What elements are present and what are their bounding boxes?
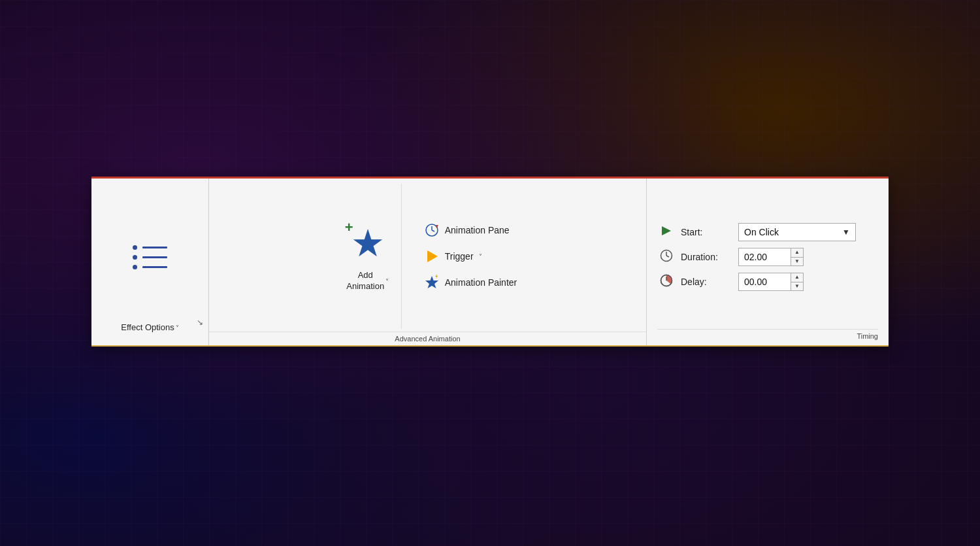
star-blue-icon: ★ [351,224,385,262]
svg-line-10 [666,256,669,257]
duration-value: 02.00 [739,252,791,262]
start-label: Start: [681,227,733,237]
trigger-button[interactable]: Trigger ˅ [420,247,521,266]
bullet-line-3 [133,265,167,269]
bullet-bar-3 [142,266,167,268]
advanced-animation-section: ★ + AddAnimation ˅ [209,179,647,345]
trigger-icon [424,248,440,264]
bullet-dot-3 [133,265,137,269]
timing-section-label: Timing [657,329,878,343]
svg-marker-4 [427,250,438,262]
duration-up-button[interactable]: ▲ [791,248,803,257]
right-buttons-col: Animation Pane Trigger ˅ [415,184,521,329]
advanced-animation-label: Advanced Animation [209,332,646,345]
trigger-label: Trigger [445,251,474,262]
bullet-dot-2 [133,255,137,260]
delay-value: 00.00 [739,277,791,287]
delay-spinner-buttons: ▲ ▼ [791,273,803,290]
add-animation-star-icon: ★ + [345,220,391,266]
duration-clock-icon [657,249,676,265]
delay-up-button[interactable]: ▲ [791,273,803,282]
plus-green-icon: + [345,220,353,235]
svg-marker-7 [662,226,671,235]
timing-duration-row: Duration: 02.00 ▲ ▼ [657,248,878,266]
ribbon-toolbar: Effect Options ˅ ↘ ★ + AddAnimation ˅ [91,177,889,347]
bullet-line-1 [133,245,167,250]
advanced-animation-content: ★ + AddAnimation ˅ [327,179,529,332]
trigger-dropdown-arrow: ˅ [479,253,482,260]
bullet-bar-1 [142,247,167,248]
svg-marker-6 [435,275,438,279]
animation-painter-icon [424,275,440,290]
bullet-line-2 [133,255,167,260]
duration-spinner[interactable]: 02.00 ▲ ▼ [738,248,804,266]
timing-content: Start: On Click ▼ Duration: 02.00 [657,185,878,329]
bullet-dot-1 [133,245,137,250]
duration-down-button[interactable]: ▼ [791,257,803,266]
effect-options-expand-icon[interactable]: ↘ [197,318,203,327]
delay-label: Delay: [681,277,733,287]
effect-options-dropdown-arrow: ˅ [176,324,179,332]
delay-clock-icon [657,274,676,290]
add-animation-label: AddAnimation [346,270,384,292]
timing-start-row: Start: On Click ▼ [657,223,878,241]
timing-delay-row: Delay: 00.00 ▲ ▼ [657,273,878,291]
start-play-icon [657,225,676,239]
animation-painter-button[interactable]: Animation Painter [420,273,521,292]
effect-options-icon [125,237,175,277]
effect-options-section: Effect Options ˅ ↘ [91,179,209,345]
duration-label: Duration: [681,252,733,262]
svg-line-2 [432,230,434,231]
delay-down-button[interactable]: ▼ [791,282,803,291]
add-animation-dropdown-arrow: ˅ [385,278,389,285]
animation-pane-icon [424,222,440,238]
start-value: On Click [744,227,779,237]
add-animation-col: ★ + AddAnimation ˅ [335,184,402,329]
effect-options-label: Effect Options [121,322,174,333]
duration-spinner-buttons: ▲ ▼ [791,248,803,265]
start-select[interactable]: On Click ▼ [738,223,856,241]
effect-options-content [125,185,175,322]
animation-painter-label: Animation Painter [445,277,517,288]
bullet-bar-2 [142,256,167,258]
start-dropdown-arrow: ▼ [842,228,850,237]
delay-spinner[interactable]: 00.00 ▲ ▼ [738,273,804,291]
timing-section: Start: On Click ▼ Duration: 02.00 [647,179,889,345]
animation-pane-button[interactable]: Animation Pane [420,220,521,240]
animation-pane-label: Animation Pane [445,225,510,235]
